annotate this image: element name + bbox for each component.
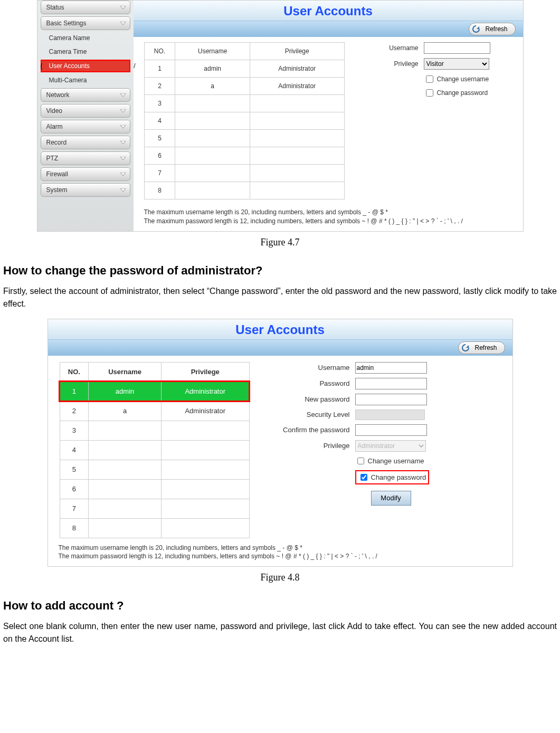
sidebar-item-basic-settings[interactable]: Basic Settings [41, 16, 130, 30]
account-form: Username PrivilegeVisitor Change usernam… [360, 42, 512, 199]
table-row[interactable]: 7 [144, 165, 344, 182]
chevron-down-icon [120, 157, 126, 160]
table-row[interactable]: 3 [60, 421, 249, 440]
new-password-field[interactable] [355, 394, 427, 405]
chevron-down-icon [120, 93, 126, 97]
chevron-down-icon [120, 109, 126, 112]
sidebar-item-multi-camera[interactable]: Multi-Camera [41, 74, 130, 86]
sidebar-item-status[interactable]: Status [41, 1, 130, 14]
change-username-label: Change username [368, 457, 424, 465]
privilege-label: Privilege [360, 60, 419, 68]
sidebar-item-network[interactable]: Network [41, 88, 130, 102]
account-form: Username Password New password Security … [265, 362, 501, 538]
chevron-down-icon [120, 6, 126, 9]
table-row[interactable]: 6 [144, 147, 344, 165]
sidebar-item-ptz[interactable]: PTZ [41, 151, 130, 165]
main-panel: User Accounts Refresh NO. Username Privi… [134, 1, 523, 231]
sidebar-item-label: Alarm [46, 123, 63, 130]
sidebar-item-camera-time[interactable]: Camera Time [41, 46, 130, 58]
confirm-password-label: Confirm the password [265, 426, 350, 434]
figure-caption: Figure 4.7 [0, 237, 560, 248]
sidebar-item-firewall[interactable]: Firewall [41, 167, 130, 181]
page-title: User Accounts [134, 1, 523, 21]
accounts-table: NO. Username Privilege 1adminAdministrat… [144, 42, 345, 199]
table-row[interactable]: 1adminAdministrator [144, 60, 344, 78]
table-row[interactable]: 5 [60, 460, 249, 479]
sidebar-item-user-accounts[interactable]: User Accounts [41, 60, 130, 72]
sidebar-item-label: Firewall [46, 170, 68, 178]
username-field[interactable] [424, 42, 490, 54]
chevron-down-icon [120, 173, 126, 176]
privilege-select: Administrator [355, 440, 426, 452]
accounts-table: NO. Username Privilege 1adminAdministrat… [60, 362, 250, 538]
chevron-down-icon [120, 125, 126, 128]
table-row[interactable]: 4 [144, 112, 344, 130]
security-level-indicator [355, 410, 425, 420]
sidebar-item-record[interactable]: Record [41, 136, 130, 149]
table-row[interactable]: 2aAdministrator [60, 401, 249, 421]
sidebar-item-label: Status [46, 4, 64, 11]
refresh-button[interactable]: Refresh [469, 23, 515, 35]
toolbar: Refresh [48, 340, 512, 356]
figure-4-7: Status Basic Settings Camera Name Camera… [37, 0, 524, 232]
sidebar-item-label: System [46, 186, 68, 194]
sidebar-item-label: Network [46, 91, 70, 99]
sidebar-item-system[interactable]: System [41, 183, 130, 197]
username-field[interactable] [355, 362, 427, 374]
confirm-password-field[interactable] [355, 424, 427, 436]
heading-change-password: How to change the password of administra… [3, 264, 557, 278]
toolbar: Refresh [134, 21, 523, 37]
change-password-checkbox[interactable] [426, 89, 433, 97]
sidebar-item-alarm[interactable]: Alarm [41, 120, 130, 134]
chevron-down-icon [120, 141, 126, 144]
settings-sidebar: Status Basic Settings Camera Name Camera… [37, 1, 134, 231]
hint-text: The maximum username length is 20, inclu… [48, 541, 512, 567]
table-row[interactable]: 5 [144, 130, 344, 147]
chevron-down-icon [120, 22, 126, 25]
figure-4-8: User Accounts Refresh NO. Username Privi… [48, 319, 513, 567]
change-username-label: Change username [437, 75, 489, 83]
change-password-label: Change password [437, 89, 488, 97]
table-row[interactable]: 2aAdministrator [144, 78, 344, 95]
para-add-account: Select one blank column, then enter the … [3, 620, 557, 645]
sidebar-item-label: Basic Settings [46, 20, 87, 27]
figure-caption: Figure 4.8 [0, 572, 560, 583]
page-title: User Accounts [48, 319, 512, 340]
sidebar-item-video[interactable]: Video [41, 104, 130, 118]
table-row[interactable]: 7 [60, 499, 249, 518]
modify-button[interactable]: Modify [371, 491, 411, 506]
privilege-label: Privilege [265, 442, 350, 450]
hint-text: The maximum username length is 20, inclu… [134, 206, 523, 231]
password-label: Password [265, 379, 350, 387]
para-change-password: Firstly, select the account of administr… [3, 285, 557, 310]
col-privilege: Privilege [161, 362, 249, 382]
refresh-button[interactable]: Refresh [458, 341, 505, 354]
change-username-checkbox[interactable] [426, 75, 433, 83]
username-label: Username [265, 364, 350, 372]
sidebar-item-camera-name[interactable]: Camera Name [41, 32, 130, 44]
change-username-checkbox[interactable] [357, 458, 364, 464]
change-password-checkbox[interactable] [360, 474, 367, 481]
table-row[interactable]: 8 [144, 182, 344, 199]
col-no: NO. [144, 43, 175, 60]
table-row[interactable]: 3 [144, 95, 344, 112]
table-row[interactable]: 8 [60, 518, 249, 538]
refresh-icon [461, 343, 470, 353]
col-no: NO. [60, 362, 89, 382]
table-row[interactable]: 4 [60, 440, 249, 460]
sidebar-item-label: Video [46, 107, 62, 115]
change-password-label: Change password [371, 473, 426, 481]
password-field[interactable] [355, 378, 427, 389]
chevron-down-icon [120, 188, 126, 192]
refresh-label: Refresh [485, 25, 507, 33]
new-password-label: New password [265, 395, 350, 403]
table-row[interactable]: 6 [60, 479, 249, 499]
col-username: Username [175, 43, 250, 60]
security-level-label: Security Level [265, 411, 350, 418]
privilege-select[interactable]: Visitor [424, 58, 489, 70]
refresh-label: Refresh [474, 344, 497, 351]
heading-add-account: How to add account ? [3, 599, 557, 613]
sidebar-item-label: Record [46, 139, 67, 146]
col-username: Username [89, 362, 162, 382]
table-row[interactable]: 1adminAdministrator [60, 382, 249, 401]
